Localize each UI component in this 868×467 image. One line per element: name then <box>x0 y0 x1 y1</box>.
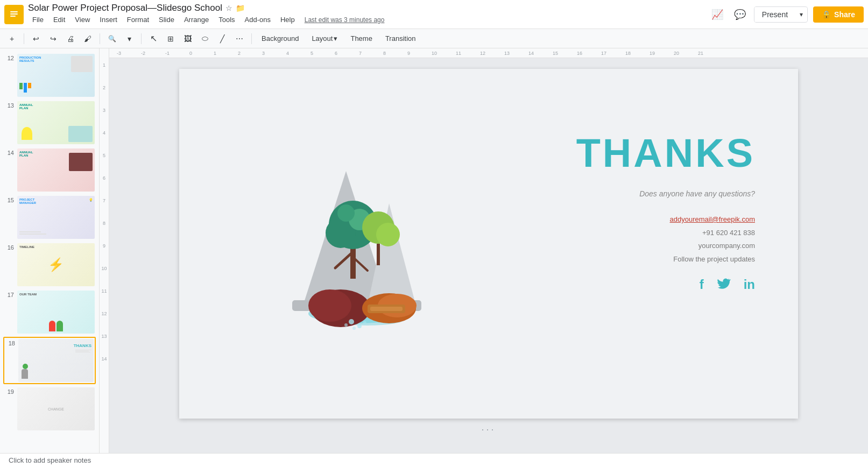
menu-format[interactable]: Format <box>123 13 153 26</box>
v-ruler-mark: 10 <box>101 266 107 271</box>
v-ruler-mark: 8 <box>103 221 105 226</box>
v-ruler-mark: 11 <box>101 288 107 294</box>
add-button[interactable]: + <box>4 31 19 46</box>
menu-file[interactable]: File <box>28 13 48 26</box>
v-ruler-mark: 14 <box>101 356 107 362</box>
present-dropdown-arrow[interactable]: ▾ <box>795 8 807 22</box>
svg-rect-16 <box>377 244 380 265</box>
ruler-mark: 7 <box>359 51 383 56</box>
ruler-mark: 0 <box>189 51 214 56</box>
ruler-mark: 12 <box>480 51 504 56</box>
title-area: Solar Power Project Proposal—Slidesgo Sc… <box>28 3 704 26</box>
cursor-tool[interactable]: ↖ <box>146 31 161 46</box>
follow-line: Follow the project updates <box>670 253 755 266</box>
comment-icon[interactable]: 💬 <box>731 6 749 23</box>
ruler-vertical: 1 2 3 4 5 6 7 8 9 10 11 12 13 14 <box>100 58 109 453</box>
slide-right-content: THANKS Does anyone have any questions? a… <box>551 133 755 294</box>
ruler-mark: -3 <box>117 51 141 56</box>
layout-button[interactable]: Layout ▾ <box>306 32 343 45</box>
slide-preview-18: THANKS <box>18 339 94 382</box>
sep4 <box>251 33 252 44</box>
lock-icon: 🔒 <box>822 10 831 19</box>
menu-edit[interactable]: Edit <box>49 13 69 26</box>
facebook-icon[interactable]: f <box>700 277 704 294</box>
v-ruler-mark: 4 <box>103 130 105 136</box>
ruler-mark: 21 <box>698 51 722 56</box>
redo-button[interactable]: ↪ <box>46 31 61 46</box>
menu-help[interactable]: Help <box>276 13 299 26</box>
canvas-area: -3 -2 -1 0 1 2 3 4 5 6 7 8 9 10 11 12 13 <box>100 48 868 453</box>
more-tools[interactable]: ⋯ <box>232 31 247 46</box>
ruler-mark: 8 <box>383 51 407 56</box>
share-button[interactable]: 🔒 Share <box>813 6 864 23</box>
menu-arrange[interactable]: Arrange <box>180 13 213 26</box>
menu-insert[interactable]: Insert <box>95 13 122 26</box>
v-ruler-mark: 1 <box>103 62 105 68</box>
twitter-icon[interactable] <box>717 277 731 294</box>
slide-thumb-13[interactable]: 13 ANNUALPLAN <box>3 100 96 145</box>
slide-thumb-16[interactable]: 16 TIMELINE ⚡ <box>3 242 96 287</box>
slide-thumb-18[interactable]: 18 THANKS <box>3 337 96 384</box>
ruler-mark: 19 <box>650 51 674 56</box>
slide-num-15: 15 <box>4 196 14 203</box>
linkedin-icon[interactable]: in <box>744 277 755 294</box>
slide-canvas[interactable]: THANKS Does anyone have any questions? a… <box>179 69 798 419</box>
nature-illustration <box>260 155 443 359</box>
contact-info: addyouremail@freepik.com +91 620 421 838… <box>670 213 755 266</box>
slide-thumb-15[interactable]: 15 PROJECTMANAGER 💡 <box>3 195 96 240</box>
zoom-dropdown-button[interactable]: ▾ <box>122 31 137 46</box>
layout-arrow-icon: ▾ <box>334 34 337 43</box>
shape-tool[interactable]: ⬭ <box>197 31 213 46</box>
slide-num-18: 18 <box>5 339 15 346</box>
menu-addons[interactable]: Add-ons <box>241 13 275 26</box>
slide-num-14: 14 <box>4 148 14 156</box>
svg-point-27 <box>352 327 356 330</box>
text-box-tool[interactable]: ⊞ <box>163 31 178 46</box>
ruler-mark: 4 <box>286 51 310 56</box>
slide-preview-13: ANNUALPLAN <box>17 101 95 144</box>
doc-title[interactable]: Solar Power Project Proposal—Slidesgo Sc… <box>28 3 222 13</box>
slide-num-12: 12 <box>4 54 14 61</box>
ruler-mark: 6 <box>335 51 359 56</box>
svg-point-25 <box>344 323 348 327</box>
ruler-mark: 14 <box>528 51 553 56</box>
paint-format-button[interactable]: 🖌 <box>80 31 95 46</box>
notes-bar[interactable]: Click to add speaker notes <box>0 453 868 467</box>
last-edit[interactable]: Last edit was 3 minutes ago <box>305 16 385 24</box>
svg-point-23 <box>349 319 354 324</box>
analytics-icon[interactable]: 📈 <box>709 6 726 23</box>
slide-thumb-19[interactable]: 19 CHANGE <box>3 386 96 431</box>
print-button[interactable]: 🖨 <box>63 31 78 46</box>
image-tool[interactable]: 🖼 <box>180 31 195 46</box>
menu-view[interactable]: View <box>70 13 94 26</box>
svg-rect-29 <box>370 307 403 311</box>
sep2 <box>100 33 100 44</box>
ruler-mark: 11 <box>456 51 480 56</box>
menu-slide[interactable]: Slide <box>154 13 179 26</box>
background-button[interactable]: Background <box>256 32 304 45</box>
slide-thumb-14[interactable]: 14 ANNUALPLAN <box>3 147 96 193</box>
top-bar: Solar Power Project Proposal—Slidesgo Sc… <box>0 0 868 29</box>
theme-button[interactable]: Theme <box>345 32 377 45</box>
folder-icon[interactable]: 📁 <box>236 4 245 12</box>
slide-thumb-12[interactable]: 12 PRODUCTIONRESULTS <box>3 53 96 98</box>
svg-point-20 <box>308 289 351 322</box>
phone-line: +91 620 421 838 <box>670 227 755 240</box>
ruler-mark: 13 <box>504 51 528 56</box>
zoom-out-button[interactable]: 🔍 <box>104 31 119 46</box>
undo-button[interactable]: ↩ <box>29 31 44 46</box>
slide-preview-19: CHANGE <box>17 387 95 430</box>
menu-tools[interactable]: Tools <box>214 13 239 26</box>
slide-num-13: 13 <box>4 101 14 109</box>
ruler-mark: 18 <box>625 51 650 56</box>
transition-button[interactable]: Transition <box>380 32 421 45</box>
present-button[interactable]: Present <box>754 7 795 22</box>
line-tool[interactable]: ╱ <box>215 31 230 46</box>
v-ruler-mark: 7 <box>103 198 105 203</box>
slide-preview-15: PROJECTMANAGER 💡 <box>17 196 95 239</box>
slide-thumb-17[interactable]: 17 OUR TEAM <box>3 289 96 335</box>
slide-num-16: 16 <box>4 243 14 251</box>
slide-panel: 12 PRODUCTIONRESULTS 13 ANNUALPLAN <box>0 48 100 453</box>
app-logo[interactable] <box>4 5 24 24</box>
star-icon[interactable]: ☆ <box>225 4 232 12</box>
